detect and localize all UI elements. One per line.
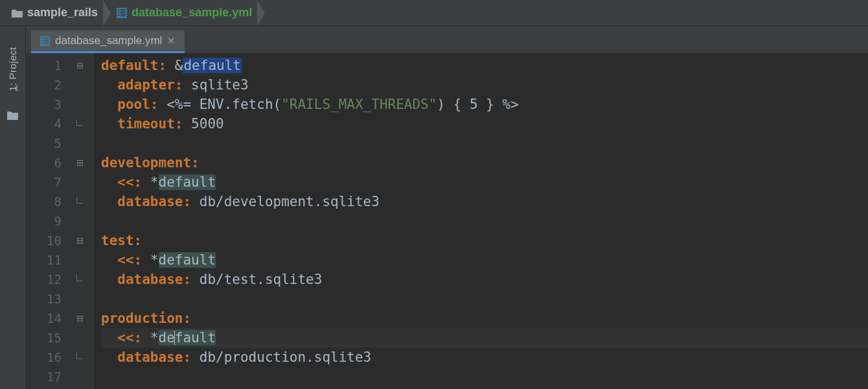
code-line[interactable]: database: db/production.sqlite3 [101, 348, 868, 367]
project-files-icon[interactable] [7, 110, 19, 121]
code-token: database: [117, 272, 191, 287]
editor-code-area[interactable]: default: &default adapter: sqlite3 pool:… [93, 53, 868, 389]
code-line[interactable]: adapter: sqlite3 [101, 75, 868, 95]
code-token [101, 252, 117, 268]
code-token: * [142, 252, 158, 268]
code-token: database: [117, 194, 191, 209]
fold-end-icon [76, 276, 84, 283]
line-number: 2 [26, 75, 87, 95]
breadcrumb: sample_rails database_sample.yml [0, 0, 868, 26]
fold-end-icon [76, 198, 84, 206]
table-file-icon [116, 7, 128, 19]
line-number: 8 [26, 192, 87, 211]
code-token: * [142, 330, 158, 346]
tool-window-stripe: 1: Project [0, 26, 26, 389]
code-token: * [142, 174, 158, 190]
code-line[interactable] [101, 289, 868, 309]
fold-toggle-icon[interactable] [76, 62, 84, 69]
code-token: pool: [117, 97, 158, 112]
breadcrumb-folder-label: sample_rails [27, 6, 98, 19]
code-token [101, 174, 117, 190]
line-number: 15 [26, 328, 87, 348]
code-token: de [159, 330, 175, 346]
code-token: db/production.sqlite3 [191, 349, 371, 365]
code-line[interactable]: production: [101, 309, 868, 328]
code-token: default [159, 174, 216, 190]
code-line[interactable]: database: db/development.sqlite3 [101, 192, 868, 211]
editor-tab-bar: database_sample.yml ✕ [26, 26, 868, 53]
line-number: 9 [26, 211, 87, 231]
code-token [166, 58, 175, 73]
breadcrumb-folder[interactable]: sample_rails [6, 0, 103, 25]
code-token [101, 194, 117, 209]
code-token: 5000 [183, 116, 223, 132]
breadcrumb-separator [103, 0, 111, 26]
breadcrumb-separator [257, 0, 265, 26]
fold-toggle-icon[interactable] [76, 159, 84, 167]
code-token: database: [117, 349, 191, 365]
code-token: db/development.sqlite3 [191, 194, 380, 209]
code-token: <<: [117, 330, 142, 346]
editor-tab[interactable]: database_sample.yml ✕ [31, 30, 185, 53]
code-token: db/test.sqlite3 [191, 272, 322, 287]
code-token: <%= ENV.fetch( [159, 97, 282, 112]
code-token: development: [101, 155, 200, 171]
project-tool-button[interactable]: 1: Project [7, 47, 18, 91]
code-line[interactable]: timeout: 5000 [101, 114, 868, 134]
code-line[interactable]: default: &default [101, 56, 868, 75]
line-number: 13 [26, 289, 87, 309]
table-file-icon [40, 36, 50, 46]
breadcrumb-file[interactable]: database_sample.yml [111, 0, 257, 25]
line-number: 16 [26, 348, 87, 367]
code-token: ) { 5 } %> [437, 97, 518, 112]
line-number: 12 [26, 270, 87, 289]
code-token: default [183, 58, 242, 73]
fold-toggle-icon[interactable] [76, 314, 84, 322]
code-line[interactable] [101, 211, 868, 231]
code-token [101, 116, 117, 132]
line-number: 7 [26, 172, 87, 192]
fold-end-icon [76, 353, 84, 361]
code-token: default: [101, 58, 166, 73]
fold-end-icon [76, 120, 84, 128]
code-token: default [159, 252, 216, 268]
line-number: 17 [26, 367, 87, 386]
code-token: "RAILS_MAX_THREADS" [281, 97, 437, 112]
code-token: timeout: [117, 116, 183, 132]
code-line[interactable] [101, 134, 868, 153]
code-editor[interactable]: 1234567891011121314151617 default: &defa… [26, 53, 868, 389]
code-token: fault [175, 330, 216, 346]
breadcrumb-file-label: database_sample.yml [131, 6, 252, 19]
code-token [101, 349, 117, 365]
close-tab-icon[interactable]: ✕ [167, 35, 176, 47]
editor-tab-label: database_sample.yml [55, 34, 162, 47]
line-number: 5 [26, 134, 87, 153]
editor-gutter: 1234567891011121314151617 [26, 53, 93, 389]
code-token: adapter: [117, 77, 183, 93]
code-line[interactable]: <<: *default [101, 328, 868, 348]
code-line[interactable]: database: db/test.sqlite3 [101, 270, 868, 289]
line-number: 6 [26, 153, 87, 172]
code-token [101, 330, 117, 346]
line-number: 14 [26, 309, 87, 328]
code-token [101, 97, 117, 112]
code-token: & [175, 58, 183, 73]
code-token [101, 272, 117, 287]
code-token: <<: [117, 174, 142, 190]
folder-icon [12, 7, 23, 19]
line-number: 10 [26, 231, 87, 250]
code-token: production: [101, 311, 191, 326]
code-token: sqlite3 [183, 77, 248, 93]
code-token [101, 77, 117, 93]
code-token: <<: [117, 252, 142, 268]
line-number: 1 [26, 56, 87, 75]
code-token: test: [101, 233, 142, 248]
fold-toggle-icon[interactable] [76, 237, 84, 244]
code-line[interactable]: test: [101, 231, 868, 250]
code-line[interactable]: development: [101, 153, 868, 172]
code-line[interactable] [101, 367, 868, 386]
code-line[interactable]: <<: *default [101, 172, 868, 192]
code-line[interactable]: <<: *default [101, 250, 868, 270]
code-line[interactable]: pool: <%= ENV.fetch("RAILS_MAX_THREADS")… [101, 95, 868, 114]
line-number: 11 [26, 250, 87, 270]
